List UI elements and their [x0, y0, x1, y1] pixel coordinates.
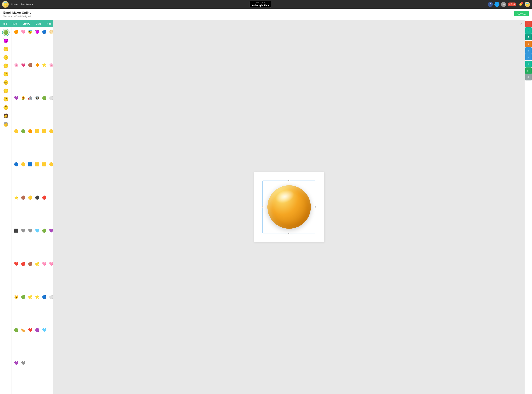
shape-item[interactable]: 🟤	[27, 62, 33, 68]
canvas-emoji[interactable]	[267, 185, 311, 229]
face-item[interactable]: 😈	[2, 37, 10, 44]
face-item[interactable]: 😑	[2, 45, 10, 53]
handle-top-right[interactable]	[315, 180, 316, 181]
shape-item[interactable]: 🌟	[34, 261, 40, 267]
shape-item[interactable]: 🟢	[41, 228, 47, 234]
shape-item[interactable]: ❤️	[13, 261, 19, 267]
shape-item[interactable]: 🟡	[48, 128, 53, 135]
handle-top-left[interactable]	[262, 180, 263, 181]
tool-text[interactable]: T	[525, 34, 532, 40]
handle-bottom-right[interactable]	[315, 233, 316, 234]
face-item[interactable]: 😶	[2, 54, 10, 61]
face-item[interactable]: 🙁	[2, 95, 10, 103]
shape-item[interactable]: 🟨	[34, 161, 40, 168]
shape-item[interactable]: 🟠	[27, 128, 33, 135]
face-item[interactable]: 🧔	[2, 112, 10, 119]
shape-item[interactable]: 🟤	[27, 261, 33, 267]
face-item[interactable]: 🧓	[2, 120, 10, 128]
save-button[interactable]: Save ☁	[514, 11, 529, 16]
shape-item[interactable]: 🔵	[41, 294, 47, 300]
tool-bring-up[interactable]: ↑	[525, 47, 532, 54]
tool-close[interactable]: ✕	[525, 21, 532, 27]
shape-item[interactable]: 😇	[27, 29, 33, 35]
shape-item[interactable]: 🩵	[41, 327, 47, 333]
shape-item[interactable]: 🟣	[34, 327, 40, 333]
face-item[interactable]: 😐	[2, 70, 10, 78]
tab-text[interactable]: Text	[0, 21, 9, 27]
face-item[interactable]: 🙃	[2, 104, 10, 111]
shape-item[interactable]: 🩷	[41, 261, 47, 267]
shape-item[interactable]	[48, 327, 53, 333]
canvas-workspace[interactable]	[254, 172, 324, 242]
shape-item[interactable]: 💜	[48, 228, 53, 234]
tool-send-down[interactable]: ↓	[525, 54, 532, 60]
handle-bottom-mid[interactable]	[289, 233, 290, 234]
shape-item[interactable]: 🔴	[20, 261, 26, 267]
shape-item[interactable]: 🟢	[20, 128, 26, 135]
shape-item[interactable]: 🟢	[13, 327, 19, 333]
shape-item[interactable]: 🟤	[20, 195, 26, 201]
tool-copy[interactable]: ⧉	[525, 61, 532, 67]
shape-item[interactable]: 🤖	[27, 95, 33, 101]
shape-item[interactable]: ⭐	[13, 195, 19, 201]
shape-item[interactable]: 🩵	[34, 228, 40, 234]
tool-flip[interactable]: ⇄	[525, 27, 532, 34]
handle-mid-left[interactable]	[262, 206, 263, 208]
shape-item[interactable]: ⚪	[48, 294, 53, 300]
shape-item[interactable]: ⭐	[41, 62, 47, 68]
tab-face[interactable]: Face	[9, 21, 20, 27]
google-play-badge[interactable]: GET IT ON ▶ Google Play	[250, 1, 271, 8]
handle-bottom-left[interactable]	[262, 233, 263, 234]
tab-undo[interactable]: Undo	[34, 21, 43, 27]
tool-bring-down[interactable]: ↓	[525, 41, 532, 47]
notifications-button[interactable]: 🔔 3	[518, 2, 523, 7]
facebook-button[interactable]: f	[488, 2, 493, 7]
email-button[interactable]: ✉	[501, 2, 506, 7]
shape-item[interactable]: ⬛	[13, 228, 19, 234]
shape-item[interactable]: ⚫	[34, 195, 40, 201]
shape-item[interactable]: 💜	[13, 360, 19, 366]
tab-shape[interactable]: SHAPE	[20, 21, 34, 27]
shape-item[interactable]: ⚪	[48, 95, 53, 101]
shape-item[interactable]: 🌻	[20, 95, 26, 101]
shape-item[interactable]: 🟨	[41, 128, 47, 135]
shape-item[interactable]: 🩶	[20, 228, 26, 234]
tab-redo[interactable]: Redo	[43, 21, 53, 27]
shape-item[interactable]: 🌭	[20, 327, 26, 333]
shape-item[interactable]: 🩷	[48, 261, 53, 267]
shape-item[interactable]: 💜	[13, 95, 19, 101]
shape-item[interactable]	[48, 195, 53, 201]
shape-item[interactable]: 🟢	[41, 95, 47, 101]
shape-item[interactable]: ⭐	[34, 294, 40, 300]
logo[interactable]: 😇	[2, 1, 9, 8]
shape-item[interactable]: 🩶	[20, 360, 26, 366]
handle-mid-right[interactable]	[315, 206, 316, 208]
shape-item[interactable]: 🟢	[20, 294, 26, 300]
shape-item[interactable]: 🟡	[27, 195, 33, 201]
face-item[interactable]: 🟢	[2, 29, 10, 36]
tool-crop[interactable]: ▢	[525, 67, 532, 74]
face-item[interactable]: 😔	[2, 79, 10, 86]
shape-item[interactable]: 🌕	[48, 29, 53, 35]
face-item[interactable]: 😣	[2, 62, 10, 69]
shape-item[interactable]: 🟦	[27, 161, 33, 168]
tool-hide[interactable]: 👁	[525, 74, 532, 80]
shape-item[interactable]: 🔵	[13, 161, 19, 168]
shape-item[interactable]: 🟨	[41, 161, 47, 168]
shape-item[interactable]: 🩷	[20, 29, 26, 35]
user-avatar[interactable]: 😇	[525, 2, 530, 7]
shape-item[interactable]: 🐱	[13, 294, 19, 300]
shape-item[interactable]: 🟠	[13, 29, 19, 35]
twitter-button[interactable]: t	[494, 2, 499, 7]
home-link[interactable]: Home	[11, 3, 18, 6]
shape-item[interactable]: 👽	[34, 95, 40, 101]
shape-item[interactable]: 🔵	[41, 29, 47, 35]
shape-item[interactable]: ❤️	[27, 327, 33, 333]
face-item[interactable]: 😞	[2, 87, 10, 94]
expand-icon[interactable]: ⤢	[519, 22, 522, 26]
handle-top-mid[interactable]	[289, 180, 290, 181]
likes-button[interactable]: + 7.9K	[508, 2, 516, 6]
shape-item[interactable]: 💗	[20, 62, 26, 68]
shape-item[interactable]: 😈	[34, 29, 40, 35]
shape-item[interactable]: 🔶	[34, 62, 40, 68]
